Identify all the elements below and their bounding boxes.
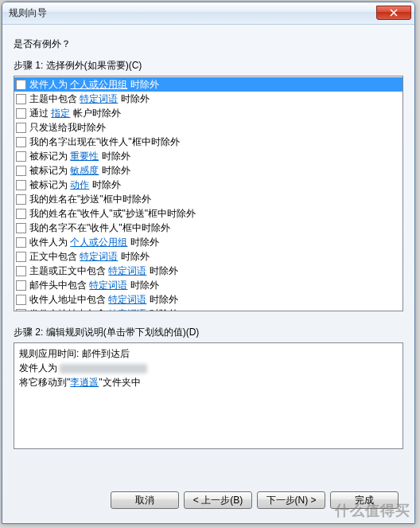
condition-link[interactable]: 特定词语 <box>108 308 146 311</box>
exceptions-listbox[interactable]: 发件人为 个人或公用组 时除外主题中包含 特定词语 时除外通过 指定 帐户时除外… <box>14 76 403 311</box>
rules-wizard-dialog: 规则向导 是否有例外？ 步骤 1: 选择例外(如果需要)(C) 发件人为 个人或… <box>2 2 415 524</box>
condition-link[interactable]: 指定 <box>51 108 70 119</box>
button-row: 取消 < 上一步(B) 下一步(N) > 完成 <box>14 483 403 515</box>
condition-link[interactable]: 重要性 <box>70 151 99 162</box>
condition-link[interactable]: 个人或公用组 <box>70 79 127 90</box>
checkbox[interactable] <box>16 94 26 104</box>
checkbox[interactable] <box>16 223 26 233</box>
exception-text: 被标记为 动作 时除外 <box>29 178 121 191</box>
condition-link[interactable]: 敏感度 <box>70 165 99 176</box>
exception-row[interactable]: 邮件头中包含 特定词语 时除外 <box>14 278 402 292</box>
exception-text: 被标记为 敏感度 时除外 <box>29 164 130 177</box>
checkbox[interactable] <box>16 194 26 205</box>
condition-link[interactable]: 动作 <box>70 179 89 190</box>
checkbox[interactable] <box>16 151 26 162</box>
checkbox[interactable] <box>16 180 26 190</box>
checkbox[interactable] <box>16 209 26 219</box>
exception-row[interactable]: 主题中包含 特定词语 时除外 <box>14 92 402 106</box>
next-button[interactable]: 下一步(N) > <box>257 491 325 509</box>
close-icon <box>390 9 398 17</box>
exception-text: 正文中包含 特定词语 时除外 <box>29 250 150 263</box>
exception-row[interactable]: 被标记为 重要性 时除外 <box>14 149 402 163</box>
exception-text: 邮件头中包含 特定词语 时除外 <box>29 279 159 291</box>
rule-description-box[interactable]: 规则应用时间: 邮件到达后 发件人为 将它移动到"李逍遥"文件夹中 <box>14 342 403 449</box>
step1-label: 步骤 1: 选择例外(如果需要)(C) <box>14 59 403 72</box>
exception-row[interactable]: 通过 指定 帐户时除外 <box>14 106 402 120</box>
titlebar: 规则向导 <box>2 2 414 25</box>
exception-row[interactable]: 我的名字出现在"收件人"框中时除外 <box>14 135 402 149</box>
cancel-button[interactable]: 取消 <box>111 491 179 509</box>
question-label: 是否有例外？ <box>14 37 403 51</box>
checkbox[interactable] <box>16 137 26 147</box>
exception-text: 只发送给我时除外 <box>29 121 106 134</box>
exception-text: 主题中包含 特定词语 时除外 <box>29 92 150 105</box>
exception-row[interactable]: 被标记为 敏感度 时除外 <box>14 163 402 178</box>
checkbox[interactable] <box>16 252 26 262</box>
exception-row[interactable]: 发件人地址中包含 特定词语 时除外 <box>14 307 402 311</box>
step2-label: 步骤 2: 编辑规则说明(单击带下划线的值)(D) <box>14 326 403 339</box>
exception-row[interactable]: 收件人地址中包含 特定词语 时除外 <box>14 292 402 307</box>
exception-row[interactable]: 发件人为 个人或公用组 时除外 <box>14 77 402 92</box>
exception-row[interactable]: 正文中包含 特定词语 时除外 <box>14 249 402 264</box>
checkbox[interactable] <box>16 237 26 248</box>
exception-row[interactable]: 我的名字不在"收件人"框中时除外 <box>14 221 402 235</box>
exception-row[interactable]: 主题或正文中包含 特定词语 时除外 <box>14 264 402 278</box>
condition-link[interactable]: 特定词语 <box>108 265 146 276</box>
exception-row[interactable]: 收件人为 个人或公用组 时除外 <box>14 235 402 249</box>
window-title: 规则向导 <box>9 6 376 20</box>
exception-text: 我的名字不在"收件人"框中时除外 <box>29 221 170 234</box>
exception-text: 收件人为 个人或公用组 时除外 <box>29 236 159 248</box>
desc-line-1: 规则应用时间: 邮件到达后 <box>19 346 398 361</box>
exception-text: 我的姓名在"收件人"或"抄送"框中时除外 <box>29 207 196 220</box>
checkbox[interactable] <box>16 309 26 312</box>
checkbox[interactable] <box>16 280 26 291</box>
checkbox[interactable] <box>16 108 26 119</box>
close-button[interactable] <box>376 6 411 20</box>
dialog-body: 是否有例外？ 步骤 1: 选择例外(如果需要)(C) 发件人为 个人或公用组 时… <box>2 25 414 523</box>
exception-row[interactable]: 只发送给我时除外 <box>14 120 402 135</box>
exception-text: 我的姓名在"抄送"框中时除外 <box>29 193 151 205</box>
exception-text: 通过 指定 帐户时除外 <box>29 107 121 119</box>
exception-text: 发件人地址中包含 特定词语 时除外 <box>29 307 178 311</box>
exception-row[interactable]: 我的姓名在"抄送"框中时除外 <box>14 192 402 206</box>
finish-button[interactable]: 完成 <box>330 491 399 509</box>
condition-link[interactable]: 特定词语 <box>80 93 118 104</box>
folder-link[interactable]: 李逍遥 <box>70 377 99 388</box>
checkbox[interactable] <box>16 266 26 276</box>
checkbox[interactable] <box>16 295 26 305</box>
checkbox[interactable] <box>16 80 26 90</box>
exception-text: 被标记为 重要性 时除外 <box>29 150 130 162</box>
exception-row[interactable]: 我的姓名在"收件人"或"抄送"框中时除外 <box>14 206 402 221</box>
exception-row[interactable]: 被标记为 动作 时除外 <box>14 178 402 192</box>
back-button[interactable]: < 上一步(B) <box>184 491 252 509</box>
checkbox[interactable] <box>16 123 26 133</box>
exception-text: 主题或正文中包含 特定词语 时除外 <box>29 264 178 277</box>
redacted-value <box>60 364 147 374</box>
exception-text: 我的名字出现在"收件人"框中时除外 <box>29 135 180 148</box>
condition-link[interactable]: 个人或公用组 <box>70 237 127 248</box>
exception-text: 发件人为 个人或公用组 时除外 <box>29 78 159 91</box>
condition-link[interactable]: 特定词语 <box>108 294 146 305</box>
desc-line-3: 将它移动到"李逍遥"文件夹中 <box>19 375 398 389</box>
condition-link[interactable]: 特定词语 <box>89 280 127 291</box>
condition-link[interactable]: 特定词语 <box>80 251 118 262</box>
desc-line-2: 发件人为 <box>19 361 398 375</box>
exception-text: 收件人地址中包含 特定词语 时除外 <box>29 293 178 306</box>
checkbox[interactable] <box>16 166 26 176</box>
